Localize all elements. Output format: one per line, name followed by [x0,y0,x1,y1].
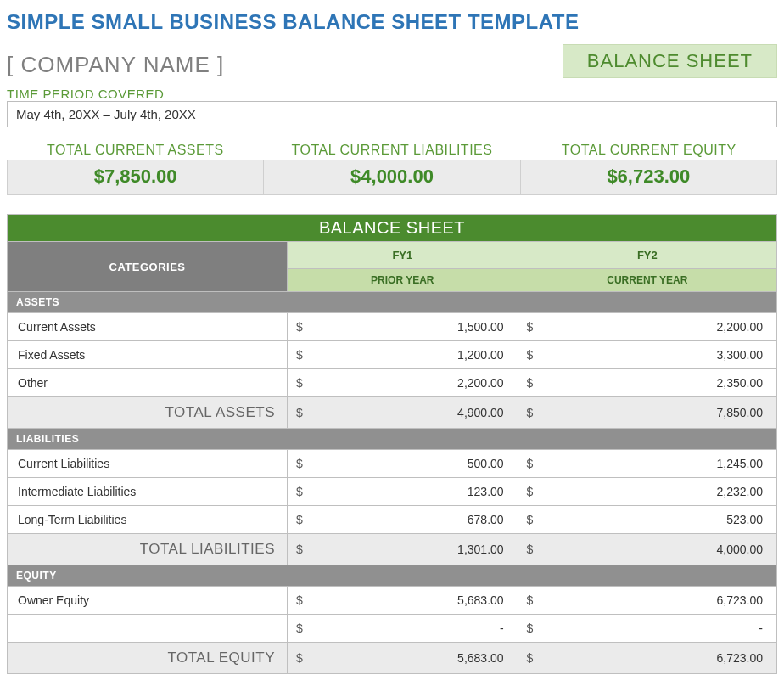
summary-liabilities-label: TOTAL CURRENT LIABILITIES [264,143,521,160]
cell-fy2[interactable]: $1,245.00 [518,450,776,478]
cell-fy2[interactable]: $2,232.00 [518,478,776,506]
company-name: [ COMPANY NAME ] [7,52,224,78]
period-label: TIME PERIOD COVERED [7,87,777,101]
col-current-year: CURRENT YEAR [518,269,776,292]
summary-labels: TOTAL CURRENT ASSETS TOTAL CURRENT LIABI… [7,143,777,160]
row-label[interactable]: Fixed Assets [8,341,288,369]
section-equity: EQUITY [8,565,777,587]
cell-fy1[interactable]: $- [288,615,518,643]
row-label[interactable]: Current Liabilities [8,450,288,478]
total-equity-fy1: $5,683.00 [288,643,518,674]
cell-fy1[interactable]: $678.00 [288,506,518,534]
total-row: TOTAL ASSETS $4,900.00 $7,850.00 [8,397,777,429]
summary-equity-value: $6,723.00 [521,160,776,194]
row-label[interactable]: Owner Equity [8,587,288,615]
row-label[interactable] [8,615,288,643]
cell-fy2[interactable]: $6,723.00 [518,587,776,615]
table-row: Fixed Assets $1,200.00 $3,300.00 [8,341,777,369]
summary-assets-value: $7,850.00 [8,160,264,194]
table-row: Other $2,200.00 $2,350.00 [8,369,777,397]
page-title: SIMPLE SMALL BUSINESS BALANCE SHEET TEMP… [7,10,777,34]
table-row: Owner Equity $5,683.00 $6,723.00 [8,587,777,615]
cell-fy1[interactable]: $123.00 [288,478,518,506]
summary-assets-label: TOTAL CURRENT ASSETS [7,143,264,160]
cell-fy2[interactable]: $- [518,615,776,643]
cell-fy2[interactable]: $523.00 [518,506,776,534]
total-row: TOTAL LIABILITIES $1,301.00 $4,000.00 [8,534,777,565]
table-row: Intermediate Liabilities $123.00 $2,232.… [8,478,777,506]
cell-fy2[interactable]: $3,300.00 [518,341,776,369]
col-categories: CATEGORIES [8,242,288,292]
table-row: $- $- [8,615,777,643]
row-label[interactable]: Intermediate Liabilities [8,478,288,506]
cell-fy1[interactable]: $5,683.00 [288,587,518,615]
table-row: Current Assets $1,500.00 $2,200.00 [8,313,777,341]
col-prior-year: PRIOR YEAR [288,269,518,292]
total-equity-fy2: $6,723.00 [518,643,776,674]
cell-fy2[interactable]: $2,200.00 [518,313,776,341]
total-liabilities-label: TOTAL LIABILITIES [8,534,288,565]
period-input[interactable]: May 4th, 20XX – July 4th, 20XX [7,101,777,127]
total-liabilities-fy2: $4,000.00 [518,534,776,565]
col-fy1: FY1 [288,242,518,269]
cell-fy2[interactable]: $2,350.00 [518,369,776,397]
balance-sheet-pill: BALANCE SHEET [563,44,777,78]
row-label[interactable]: Long-Term Liabilities [8,506,288,534]
total-assets-fy2: $7,850.00 [518,397,776,429]
row-label[interactable]: Other [8,369,288,397]
sheet-title: BALANCE SHEET [8,215,777,242]
total-equity-label: TOTAL EQUITY [8,643,288,674]
col-fy2: FY2 [518,242,776,269]
total-row: TOTAL EQUITY $5,683.00 $6,723.00 [8,643,777,674]
total-assets-label: TOTAL ASSETS [8,397,288,429]
cell-fy1[interactable]: $500.00 [288,450,518,478]
row-label[interactable]: Current Assets [8,313,288,341]
header-row: [ COMPANY NAME ] BALANCE SHEET [7,44,777,78]
section-liabilities: LIABILITIES [8,429,777,450]
summary-values: $7,850.00 $4,000.00 $6,723.00 [7,160,777,195]
summary-liabilities-value: $4,000.00 [264,160,520,194]
summary-equity-label: TOTAL CURRENT EQUITY [520,143,777,160]
total-liabilities-fy1: $1,301.00 [288,534,518,565]
cell-fy1[interactable]: $1,200.00 [288,341,518,369]
section-assets: ASSETS [8,292,777,313]
cell-fy1[interactable]: $1,500.00 [288,313,518,341]
table-row: Long-Term Liabilities $678.00 $523.00 [8,506,777,534]
total-assets-fy1: $4,900.00 [288,397,518,429]
table-row: Current Liabilities $500.00 $1,245.00 [8,450,777,478]
cell-fy1[interactable]: $2,200.00 [288,369,518,397]
balance-sheet-table: BALANCE SHEET CATEGORIES FY1 FY2 PRIOR Y… [7,214,777,674]
